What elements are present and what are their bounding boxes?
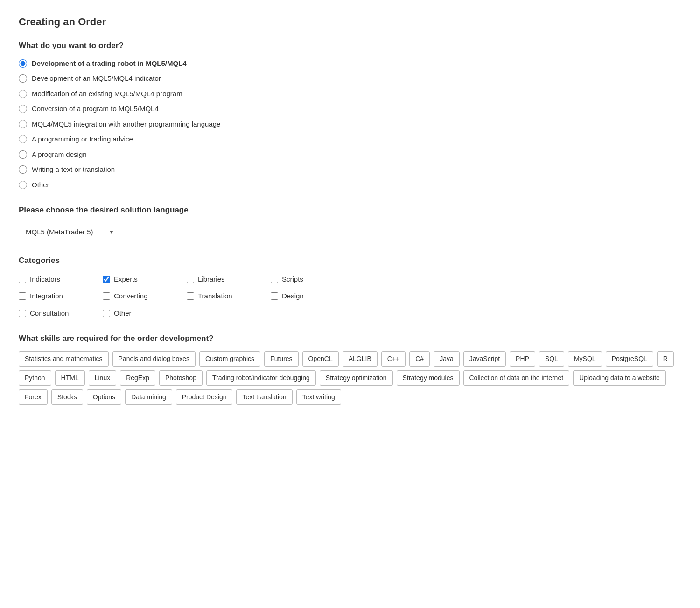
checkbox-input-cat1[interactable] [19, 276, 26, 283]
radio-input-opt1[interactable] [19, 59, 27, 68]
language-section: Please choose the desired solution langu… [19, 204, 681, 241]
radio-input-opt8[interactable] [19, 165, 27, 174]
skill-tag[interactable]: RegExp [120, 370, 155, 386]
radio-label-opt7: A program design [32, 149, 87, 160]
skill-tag[interactable]: MySQL [568, 351, 602, 367]
skill-tag[interactable]: Forex [19, 389, 48, 405]
skill-tag[interactable]: R [657, 351, 674, 367]
radio-label-opt6: A programming or trading advice [32, 134, 133, 145]
page-title: Creating an Order [19, 14, 681, 29]
radio-label-opt2: Development of an MQL5/MQL4 indicator [32, 73, 161, 84]
radio-input-opt7[interactable] [19, 150, 27, 159]
categories-title: Categories [19, 255, 681, 267]
skill-tag[interactable]: PHP [510, 351, 535, 367]
checkbox-item[interactable]: Consultation [19, 308, 103, 319]
order-question: What do you want to order? [19, 40, 681, 52]
checkbox-input-cat8[interactable] [271, 292, 278, 300]
radio-input-opt4[interactable] [19, 105, 27, 113]
radio-label-opt1: Development of a trading robot in MQL5/M… [32, 58, 187, 69]
skill-tag[interactable]: Uploading data to a website [573, 370, 666, 386]
skill-tag[interactable]: SQL [539, 351, 564, 367]
checkbox-item[interactable]: Experts [103, 274, 187, 285]
skill-tag[interactable]: Panels and dialog boxes [112, 351, 196, 367]
checkbox-label-cat10: Other [114, 308, 132, 319]
skill-tag[interactable]: Data mining [125, 389, 172, 405]
radio-label-opt9: Other [32, 180, 49, 191]
radio-item[interactable]: Development of an MQL5/MQL4 indicator [19, 73, 681, 84]
skill-tag[interactable]: C# [409, 351, 430, 367]
skill-tag[interactable]: Product Design [176, 389, 233, 405]
radio-item[interactable]: Conversion of a program to MQL5/MQL4 [19, 104, 681, 114]
skill-tag[interactable]: PostgreSQL [606, 351, 653, 367]
skills-question: What skills are required for the order d… [19, 332, 681, 345]
chevron-down-icon: ▼ [109, 228, 114, 236]
radio-label-opt3: Modification of an existing MQL5/MQL4 pr… [32, 89, 182, 99]
skill-tag[interactable]: ALGLIB [343, 351, 378, 367]
checkbox-item[interactable]: Converting [103, 291, 187, 302]
skill-tag[interactable]: Strategy optimization [320, 370, 393, 386]
checkbox-item[interactable]: Other [103, 308, 187, 319]
skill-tag[interactable]: Photoshop [159, 370, 203, 386]
skill-tag[interactable]: Linux [89, 370, 116, 386]
skills-tags: Statistics and mathematicsPanels and dia… [19, 351, 681, 405]
checkbox-input-cat10[interactable] [103, 310, 110, 317]
radio-item[interactable]: Other [19, 180, 681, 191]
skill-tag[interactable]: Text translation [236, 389, 292, 405]
checkbox-input-cat4[interactable] [271, 276, 278, 283]
radio-label-opt4: Conversion of a program to MQL5/MQL4 [32, 104, 159, 114]
checkbox-input-cat6[interactable] [103, 292, 110, 300]
checkbox-input-cat3[interactable] [187, 276, 194, 283]
skills-section: What skills are required for the order d… [19, 332, 681, 405]
categories-grid: IndicatorsExpertsLibrariesScriptsIntegra… [19, 274, 681, 319]
order-type-section: What do you want to order? Development o… [19, 40, 681, 190]
skill-tag[interactable]: HTML [55, 370, 85, 386]
checkbox-item[interactable]: Libraries [187, 274, 271, 285]
radio-input-opt6[interactable] [19, 135, 27, 143]
categories-section: Categories IndicatorsExpertsLibrariesScr… [19, 255, 681, 318]
skill-tag[interactable]: Text writing [296, 389, 341, 405]
radio-input-opt5[interactable] [19, 120, 27, 128]
checkbox-item[interactable]: Design [271, 291, 355, 302]
skill-tag[interactable]: Custom graphics [199, 351, 260, 367]
checkbox-label-cat6: Converting [114, 291, 148, 302]
checkbox-input-cat2[interactable] [103, 276, 110, 283]
radio-input-opt3[interactable] [19, 90, 27, 98]
checkbox-label-cat7: Translation [198, 291, 232, 302]
checkbox-item[interactable]: Scripts [271, 274, 355, 285]
checkbox-item[interactable]: Translation [187, 291, 271, 302]
checkbox-label-cat5: Integration [30, 291, 63, 302]
skill-tag[interactable]: Options [87, 389, 121, 405]
checkbox-label-cat4: Scripts [282, 274, 303, 285]
order-radio-group: Development of a trading robot in MQL5/M… [19, 58, 681, 191]
checkbox-label-cat9: Consultation [30, 308, 69, 319]
skill-tag[interactable]: Collection of data on the internet [463, 370, 570, 386]
radio-input-opt2[interactable] [19, 74, 27, 83]
radio-item[interactable]: A program design [19, 149, 681, 160]
language-dropdown[interactable]: MQL5 (MetaTrader 5) ▼ [19, 223, 121, 242]
skill-tag[interactable]: Trading robot/indicator debugging [206, 370, 316, 386]
checkbox-label-cat1: Indicators [30, 274, 60, 285]
checkbox-input-cat9[interactable] [19, 310, 26, 317]
language-question: Please choose the desired solution langu… [19, 204, 681, 216]
radio-label-opt8: Writing a text or translation [32, 164, 115, 175]
checkbox-input-cat5[interactable] [19, 292, 26, 300]
radio-item[interactable]: Modification of an existing MQL5/MQL4 pr… [19, 89, 681, 99]
skill-tag[interactable]: Futures [264, 351, 298, 367]
skill-tag[interactable]: JavaScript [463, 351, 506, 367]
checkbox-input-cat7[interactable] [187, 292, 194, 300]
radio-item[interactable]: MQL4/MQL5 integration with another progr… [19, 119, 681, 130]
skill-tag[interactable]: Strategy modules [397, 370, 460, 386]
checkbox-item[interactable]: Integration [19, 291, 103, 302]
skill-tag[interactable]: Stocks [51, 389, 83, 405]
skill-tag[interactable]: Statistics and mathematics [19, 351, 109, 367]
skill-tag[interactable]: C++ [381, 351, 406, 367]
skill-tag[interactable]: Java [434, 351, 460, 367]
skill-tag[interactable]: OpenCL [302, 351, 339, 367]
checkbox-label-cat8: Design [282, 291, 304, 302]
radio-item[interactable]: Development of a trading robot in MQL5/M… [19, 58, 681, 69]
skill-tag[interactable]: Python [19, 370, 51, 386]
radio-item[interactable]: A programming or trading advice [19, 134, 681, 145]
checkbox-item[interactable]: Indicators [19, 274, 103, 285]
radio-item[interactable]: Writing a text or translation [19, 164, 681, 175]
radio-input-opt9[interactable] [19, 181, 27, 189]
